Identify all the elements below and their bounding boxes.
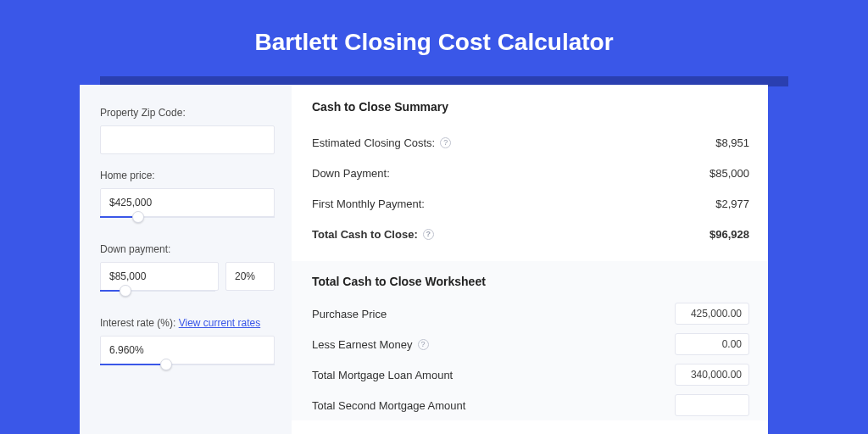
worksheet-panel: Total Cash to Close Worksheet Purchase P… — [292, 261, 768, 420]
slider-thumb[interactable] — [132, 211, 144, 223]
down-payment-input[interactable] — [100, 262, 219, 291]
worksheet-row-label: Total Mortgage Loan Amount — [312, 369, 453, 381]
home-price-group: Home price: — [100, 170, 275, 228]
summary-row: Down Payment:$85,000 — [312, 158, 749, 188]
help-icon[interactable]: ? — [440, 137, 451, 148]
worksheet-row: Purchase Price425,000.00 — [312, 298, 749, 329]
summary-row-value: $2,977 — [715, 198, 749, 210]
worksheet-row: Total Mortgage Loan Amount340,000.00 — [312, 359, 749, 390]
summary-row: First Monthly Payment:$2,977 — [312, 188, 749, 219]
worksheet-amount[interactable]: 0.00 — [675, 333, 749, 355]
help-icon[interactable]: ? — [418, 339, 429, 350]
interest-label-text: Interest rate (%): — [100, 317, 179, 329]
down-payment-slider[interactable] — [100, 290, 215, 302]
slider-fill — [100, 364, 166, 365]
worksheet-row: Total Second Mortgage Amount — [312, 390, 749, 420]
worksheet-amount[interactable]: 340,000.00 — [675, 364, 749, 386]
zip-input[interactable] — [100, 125, 275, 154]
slider-thumb[interactable] — [120, 285, 131, 297]
worksheet-title: Total Cash to Close Worksheet — [312, 275, 749, 288]
summary-rows: Estimated Closing Costs:?$8,951Down Paym… — [312, 127, 749, 249]
summary-row-value: $96,928 — [709, 228, 749, 241]
down-payment-pct-input[interactable] — [225, 262, 275, 291]
home-price-slider[interactable] — [100, 216, 275, 228]
page-title: Bartlett Closing Cost Calculator — [0, 0, 868, 76]
home-price-input[interactable] — [100, 188, 275, 217]
home-price-label: Home price: — [100, 170, 275, 181]
zip-group: Property Zip Code: — [100, 107, 275, 154]
interest-group: Interest rate (%): View current rates — [100, 317, 275, 376]
summary-row-label: Estimated Closing Costs:? — [312, 136, 451, 149]
summary-row-value: $85,000 — [709, 167, 749, 180]
worksheet-row-label: Total Second Mortgage Amount — [312, 399, 465, 412]
summary-row: Total Cash to Close:?$96,928 — [312, 219, 749, 249]
help-icon[interactable]: ? — [423, 229, 434, 240]
zip-label: Property Zip Code: — [100, 107, 275, 119]
worksheet-row-label: Less Earnest Money? — [312, 338, 429, 351]
view-rates-link[interactable]: View current rates — [179, 317, 261, 329]
results-panel: Cash to Close Summary Estimated Closing … — [292, 85, 768, 434]
worksheet-rows: Purchase Price425,000.00Less Earnest Mon… — [312, 298, 749, 420]
down-payment-group: Down payment: — [100, 243, 275, 302]
worksheet-row-label: Purchase Price — [312, 308, 387, 320]
interest-label: Interest rate (%): View current rates — [100, 317, 275, 329]
worksheet-amount[interactable]: 425,000.00 — [675, 303, 749, 325]
summary-row-label: Down Payment: — [312, 167, 390, 180]
slider-thumb[interactable] — [160, 359, 172, 370]
worksheet-row: Less Earnest Money?0.00 — [312, 329, 749, 359]
summary-row-label: Total Cash to Close:? — [312, 228, 434, 241]
calculator-card: Property Zip Code: Home price: Down paym… — [80, 85, 768, 434]
summary-row: Estimated Closing Costs:?$8,951 — [312, 127, 749, 158]
worksheet-amount[interactable] — [675, 394, 749, 416]
interest-slider[interactable] — [100, 364, 275, 376]
summary-title: Cash to Close Summary — [312, 100, 749, 114]
inputs-sidebar: Property Zip Code: Home price: Down paym… — [80, 85, 292, 434]
down-payment-label: Down payment: — [100, 243, 275, 255]
summary-row-label: First Monthly Payment: — [312, 198, 425, 210]
summary-row-value: $8,951 — [715, 136, 749, 149]
interest-input[interactable] — [100, 336, 275, 364]
